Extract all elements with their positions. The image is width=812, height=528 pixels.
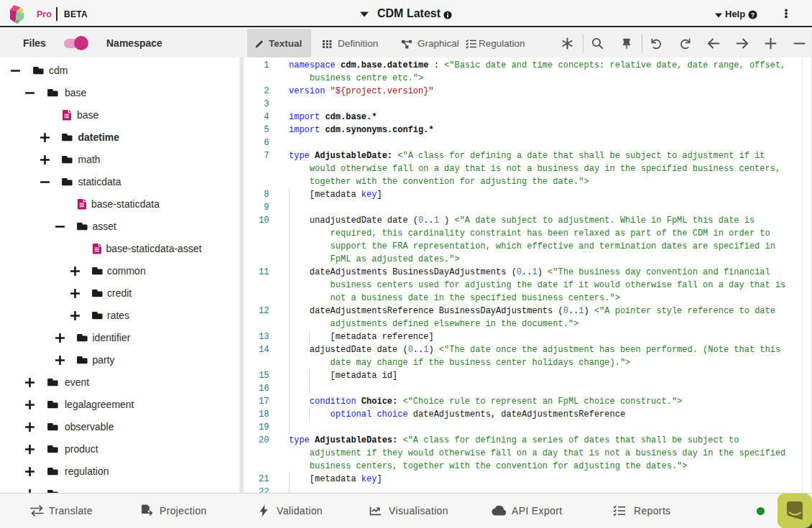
svg-text:?: ?: [751, 11, 755, 19]
